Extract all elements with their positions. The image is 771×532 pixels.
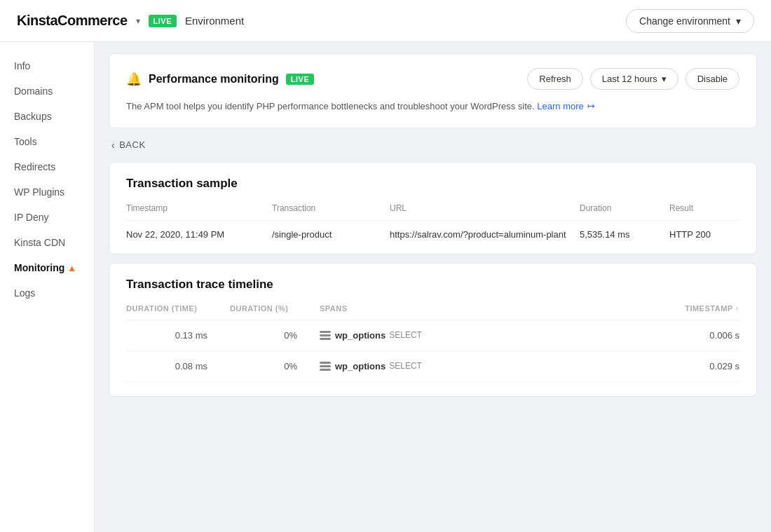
col-timestamp: Timestamp (126, 203, 266, 213)
cell-duration: 5,535.14 ms (580, 229, 664, 240)
trace-duration-time-2: 0.08 ms (126, 361, 224, 371)
transaction-sample-card: Transaction sample Timestamp Transaction… (109, 162, 757, 254)
time-range-button[interactable]: Last 12 hours ▾ (590, 68, 678, 90)
perf-header: 🔔 Performance monitoring LIVE Refresh La… (126, 68, 739, 90)
chevron-down-icon: ▾ (736, 15, 741, 27)
disable-button[interactable]: Disable (685, 68, 739, 90)
transaction-table-row: Nov 22, 2020, 11:49 PM /single-product h… (126, 229, 739, 240)
sidebar-item-redirects[interactable]: Redirects (0, 154, 94, 179)
trace-timestamp-1: 0.006 s (669, 330, 739, 341)
database-icon (320, 331, 331, 340)
timeline-table-header: DURATION (TIME) DURATION (%) SPANS TIMES… (126, 304, 739, 320)
layout: Info Domains Backups Tools Redirects WP … (0, 42, 771, 532)
col-spans: SPANS (320, 304, 664, 313)
top-nav-left: KinstaCommerce ▾ LIVE Environment (17, 13, 244, 29)
col-timestamp-trace: TIMESTAMP ↑ (669, 304, 739, 313)
chevron-down-icon: ▾ (662, 74, 667, 84)
trace-spans-1: wp_options SELECT (320, 330, 664, 341)
sidebar-item-logs[interactable]: Logs (0, 280, 94, 306)
trace-timeline-title: Transaction trace timeline (126, 278, 739, 292)
refresh-button[interactable]: Refresh (527, 68, 583, 90)
perf-actions: Refresh Last 12 hours ▾ Disable (527, 68, 739, 90)
trace-duration-pct-1: 0% (230, 330, 314, 341)
sidebar-item-info[interactable]: Info (0, 53, 94, 79)
change-environment-button[interactable]: Change environment ▾ (626, 9, 754, 33)
performance-monitoring-card: 🔔 Performance monitoring LIVE Refresh La… (109, 53, 757, 128)
sidebar-item-backups[interactable]: Backups (0, 104, 94, 129)
main-content: 🔔 Performance monitoring LIVE Refresh La… (95, 42, 771, 532)
trace-spans-2: wp_options SELECT (320, 361, 664, 371)
perf-description: The APM tool helps you identify PHP perf… (126, 100, 739, 114)
learn-more-arrow-icon: ↦ (587, 101, 595, 111)
col-duration-time: DURATION (TIME) (126, 304, 224, 313)
back-button[interactable]: ‹ BACK (111, 139, 146, 151)
transaction-table-header: Timestamp Transaction URL Duration Resul… (126, 203, 739, 221)
col-duration-pct: DURATION (%) (230, 304, 314, 313)
sidebar-item-domains[interactable]: Domains (0, 79, 94, 104)
live-badge: LIVE (286, 74, 314, 85)
chevron-down-icon[interactable]: ▾ (136, 16, 140, 26)
sidebar-item-wp-plugins[interactable]: WP Plugins (0, 179, 94, 205)
timeline-row: 0.13 ms 0% wp_options SELECT 0.006 s (126, 320, 739, 351)
performance-icon: 🔔 (126, 71, 142, 87)
database-icon (320, 362, 331, 371)
learn-more-link[interactable]: Learn more ↦ (537, 101, 595, 111)
cell-transaction: /single-product (272, 229, 384, 240)
sidebar-item-kinsta-cdn[interactable]: Kinsta CDN (0, 230, 94, 255)
sidebar-item-monitoring[interactable]: Monitoring▲ (0, 255, 94, 280)
trace-duration-time-1: 0.13 ms (126, 330, 224, 341)
timeline-row: 0.08 ms 0% wp_options SELECT 0.029 s (126, 351, 739, 382)
col-duration: Duration (580, 203, 664, 213)
monitoring-alert-icon: ▲ (67, 263, 76, 273)
live-badge-nav: LIVE (149, 15, 177, 27)
perf-title: Performance monitoring (149, 73, 279, 86)
sidebar: Info Domains Backups Tools Redirects WP … (0, 42, 95, 532)
perf-title-group: 🔔 Performance monitoring LIVE (126, 71, 314, 87)
col-result: Result (669, 203, 739, 213)
col-url: URL (390, 203, 574, 213)
environment-label: Environment (185, 15, 244, 27)
cell-result: HTTP 200 (669, 229, 739, 240)
trace-timestamp-2: 0.029 s (669, 361, 739, 371)
sidebar-item-tools[interactable]: Tools (0, 129, 94, 154)
cell-timestamp: Nov 22, 2020, 11:49 PM (126, 229, 266, 240)
cell-url: https://salrav.com/?product=aluminum-pla… (390, 229, 574, 240)
transaction-sample-title: Transaction sample (126, 177, 739, 191)
sidebar-item-ip-deny[interactable]: IP Deny (0, 205, 94, 230)
trace-timeline-card: Transaction trace timeline DURATION (TIM… (109, 263, 757, 397)
trace-duration-pct-2: 0% (230, 361, 314, 371)
brand-name: KinstaCommerce (17, 13, 128, 29)
back-arrow-icon: ‹ (111, 139, 115, 151)
top-nav: KinstaCommerce ▾ LIVE Environment Change… (0, 0, 771, 42)
col-transaction: Transaction (272, 203, 384, 213)
back-row: ‹ BACK (109, 137, 757, 154)
